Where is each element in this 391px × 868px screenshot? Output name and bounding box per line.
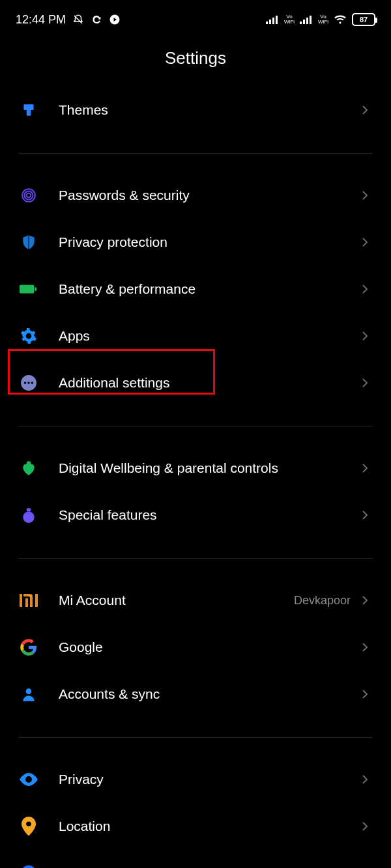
- settings-row-digital-wellbeing[interactable]: Digital Wellbeing & parental controls: [0, 445, 391, 492]
- chevron-right-icon: [358, 331, 371, 341]
- svg-rect-9: [23, 104, 33, 110]
- svg-rect-8: [310, 16, 311, 24]
- chevron-right-icon: [358, 190, 371, 201]
- vowifi-2-icon: VoWiFi: [318, 14, 328, 25]
- mute-icon: [72, 14, 84, 25]
- settings-row-privacy-protection[interactable]: Privacy protection: [0, 219, 391, 266]
- svg-point-22: [23, 512, 34, 523]
- svg-point-25: [26, 822, 31, 826]
- page-title: Settings: [0, 39, 391, 87]
- battery-icon: [20, 280, 38, 298]
- chevron-right-icon: [358, 463, 371, 473]
- dots-icon: [20, 374, 38, 392]
- row-secondary: Devkapoor: [294, 594, 351, 608]
- chevron-right-icon: [358, 105, 371, 115]
- eye-icon: [20, 770, 38, 789]
- svg-rect-14: [20, 285, 34, 293]
- svg-point-24: [27, 777, 31, 781]
- svg-rect-1: [266, 21, 268, 24]
- settings-row-privacy[interactable]: Privacy: [0, 756, 391, 803]
- play-icon: [109, 14, 121, 25]
- row-label: Privacy: [59, 772, 358, 787]
- settings-row-additional-settings[interactable]: Additional settings: [0, 359, 391, 406]
- svg-rect-5: [300, 21, 302, 24]
- settings-row-battery-performance[interactable]: Battery & performance: [0, 266, 391, 313]
- settings-row-apps[interactable]: Apps: [0, 313, 391, 359]
- help-icon: ?: [20, 864, 38, 868]
- sync-icon: [91, 14, 102, 25]
- chevron-right-icon: [358, 642, 371, 652]
- status-bar: 12:44 PM VoWiFi VoWiFi 87: [0, 0, 391, 39]
- chevron-right-icon: [358, 689, 371, 699]
- svg-point-18: [27, 382, 29, 384]
- chevron-right-icon: [358, 821, 371, 832]
- svg-rect-10: [27, 110, 31, 116]
- settings-row-special-features[interactable]: Special features: [0, 492, 391, 539]
- settings-row-google[interactable]: Google: [0, 624, 391, 671]
- svg-rect-6: [303, 20, 305, 24]
- chevron-right-icon: [358, 284, 371, 294]
- settings-row-accounts-sync[interactable]: Accounts & sync: [0, 671, 391, 718]
- svg-point-17: [24, 382, 26, 384]
- svg-point-23: [26, 688, 32, 694]
- row-label: Services & feedback: [59, 865, 358, 868]
- row-label: Digital Wellbeing & parental controls: [59, 460, 358, 476]
- svg-rect-4: [276, 16, 278, 24]
- svg-point-11: [27, 193, 31, 198]
- status-time: 12:44 PM: [16, 13, 66, 27]
- shield-icon: [20, 233, 38, 251]
- settings-row-mi-account[interactable]: Mi AccountDevkapoor: [0, 577, 391, 624]
- row-label: Privacy protection: [59, 234, 358, 250]
- svg-rect-15: [35, 287, 36, 291]
- row-label: Special features: [59, 507, 358, 523]
- chevron-right-icon: [358, 595, 371, 606]
- row-label: Mi Account: [59, 593, 294, 608]
- settings-row-location[interactable]: Location: [0, 803, 391, 850]
- settings-row-passwords-security[interactable]: Passwords & security: [0, 172, 391, 219]
- svg-point-12: [25, 191, 33, 200]
- themes-icon: [20, 101, 38, 119]
- wifi-icon: [334, 14, 347, 25]
- chevron-right-icon: [358, 378, 371, 388]
- svg-rect-21: [27, 508, 31, 511]
- signal-2-icon: [300, 15, 311, 24]
- chevron-right-icon: [358, 510, 371, 520]
- settings-list: ThemesPasswords & securityPrivacy protec…: [0, 87, 391, 868]
- person-icon: [20, 685, 38, 703]
- flask-icon: [20, 506, 38, 524]
- svg-rect-2: [269, 20, 271, 24]
- row-label: Google: [59, 639, 358, 655]
- pin-icon: [20, 817, 38, 835]
- row-label: Location: [59, 819, 358, 834]
- vowifi-1-icon: VoWiFi: [284, 14, 295, 25]
- row-label: Battery & performance: [59, 281, 358, 297]
- chevron-right-icon: [358, 774, 371, 785]
- svg-rect-3: [272, 18, 274, 24]
- chevron-right-icon: [358, 237, 371, 247]
- google-icon: [20, 638, 38, 656]
- settings-row-services-feedback[interactable]: ?Services & feedback: [0, 850, 391, 868]
- heart-icon: [20, 459, 38, 477]
- svg-rect-7: [306, 18, 308, 24]
- settings-row-themes[interactable]: Themes: [0, 87, 391, 133]
- signal-1-icon: [266, 15, 278, 24]
- fingerprint-icon: [20, 186, 38, 204]
- row-label: Apps: [59, 328, 358, 344]
- mi-icon: [20, 591, 38, 609]
- row-label: Passwords & security: [59, 188, 358, 203]
- battery-indicator: 87: [352, 13, 375, 26]
- row-label: Themes: [59, 102, 358, 118]
- row-label: Additional settings: [59, 375, 358, 391]
- gear-icon: [20, 327, 38, 345]
- svg-point-19: [31, 382, 33, 384]
- row-label: Accounts & sync: [59, 686, 358, 702]
